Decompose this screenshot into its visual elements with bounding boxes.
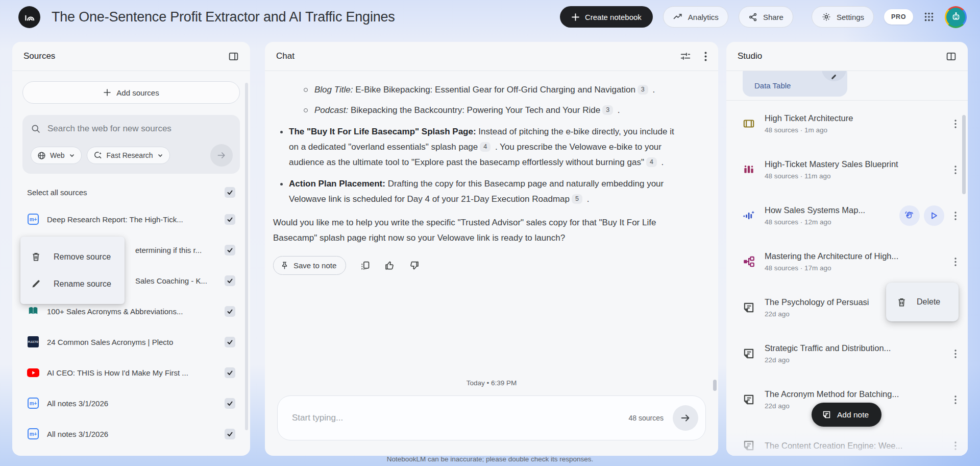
studio-scrolled-row: Data Table bbox=[726, 71, 968, 100]
interactive-mode-button[interactable] bbox=[899, 205, 920, 226]
audio-overview-icon bbox=[742, 209, 756, 222]
settings-button[interactable]: Settings bbox=[812, 6, 874, 28]
send-button[interactable] bbox=[673, 405, 698, 431]
save-to-note-button[interactable]: Save to note bbox=[273, 256, 346, 275]
source-checkbox[interactable] bbox=[225, 398, 235, 409]
source-row[interactable]: m+ All notes 3/1/2026 bbox=[22, 418, 240, 449]
chat-date-divider: Today • 6:39 PM bbox=[277, 379, 706, 387]
trending-up-icon bbox=[673, 12, 683, 22]
bullet-icon bbox=[280, 131, 283, 133]
studio-item[interactable]: High Ticket Architecture48 sources · 1m … bbox=[726, 101, 968, 147]
sources-panel-title: Sources bbox=[23, 51, 55, 61]
note-source-icon: m+ bbox=[27, 428, 39, 440]
item-more-menu-icon[interactable] bbox=[954, 395, 957, 404]
studio-scrollbar[interactable] bbox=[962, 115, 966, 194]
avatar[interactable] bbox=[945, 6, 967, 28]
chat-panel: Chat Blog Title: E-Bike Bikepacking: Ess… bbox=[265, 42, 718, 456]
chat-bullet: The "Buy It For Life Basecamp" Splash Pa… bbox=[280, 124, 688, 170]
note-icon bbox=[822, 410, 831, 420]
source-row[interactable]: AI CEO: THIS is How I'd Make My First ..… bbox=[22, 357, 240, 388]
collapse-panel-icon[interactable] bbox=[228, 51, 239, 62]
add-note-button[interactable]: Add note bbox=[812, 403, 881, 427]
studio-item[interactable]: How Sales Systems Map...48 sources · 12m… bbox=[726, 193, 968, 239]
plus-icon bbox=[571, 13, 580, 21]
trash-icon bbox=[31, 251, 41, 262]
thumbs-down-icon[interactable] bbox=[409, 260, 420, 271]
rename-source-menu-item[interactable]: Rename source bbox=[20, 270, 125, 297]
thumbs-up-icon[interactable] bbox=[384, 260, 395, 271]
pin-icon bbox=[280, 261, 289, 270]
flashcards-icon bbox=[742, 117, 756, 130]
gear-icon bbox=[821, 12, 831, 22]
source-checkbox[interactable] bbox=[225, 245, 235, 255]
add-sources-button[interactable]: Add sources bbox=[22, 81, 240, 104]
note-icon bbox=[742, 301, 756, 314]
create-notebook-button[interactable]: Create notebook bbox=[560, 6, 653, 28]
studio-panel: Studio Data Table High Ticket Architectu… bbox=[726, 42, 968, 456]
apps-grid-icon[interactable] bbox=[923, 11, 935, 22]
chat-closing-question: Would you like me to help you write the … bbox=[273, 215, 684, 246]
hollow-bullet-icon bbox=[304, 108, 308, 112]
item-more-menu-icon[interactable] bbox=[954, 441, 957, 450]
trash-icon bbox=[896, 297, 907, 308]
studio-panel-title: Studio bbox=[738, 51, 762, 61]
globe-icon bbox=[37, 151, 46, 160]
source-row[interactable]: m+ All notes 3/1/2026 bbox=[22, 388, 240, 418]
pencil-icon bbox=[31, 278, 41, 289]
source-checkbox[interactable] bbox=[225, 337, 235, 347]
search-submit-button[interactable] bbox=[210, 144, 233, 167]
collapse-panel-icon[interactable] bbox=[946, 51, 957, 62]
item-more-menu-icon[interactable] bbox=[954, 212, 957, 220]
copy-icon[interactable] bbox=[360, 260, 371, 271]
chat-input[interactable]: Start typing... bbox=[292, 413, 629, 423]
chat-sub-bullet: Podcast: Bikepacking the Backcountry: Po… bbox=[304, 103, 688, 118]
note-icon bbox=[742, 439, 756, 452]
web-filter-dropdown[interactable]: Web bbox=[31, 147, 82, 164]
source-checkbox[interactable] bbox=[225, 429, 235, 439]
item-more-menu-icon[interactable] bbox=[954, 350, 957, 358]
studio-item[interactable]: The Content Creation Engine: Wee... bbox=[726, 423, 968, 456]
note-icon bbox=[742, 393, 756, 406]
citation-chip[interactable]: 5 bbox=[572, 194, 582, 204]
source-checkbox[interactable] bbox=[225, 275, 235, 286]
studio-item[interactable]: High-Ticket Mastery Sales Blueprint48 so… bbox=[726, 147, 968, 193]
youtube-icon bbox=[27, 366, 39, 379]
citation-chip[interactable]: 4 bbox=[646, 157, 657, 167]
hollow-bullet-icon bbox=[304, 88, 308, 92]
source-row[interactable]: m+ Deep Research Report: The High-Tick..… bbox=[22, 204, 240, 235]
chat-settings-tune-icon[interactable] bbox=[680, 51, 691, 62]
citation-chip[interactable]: 4 bbox=[480, 142, 491, 152]
citation-chip[interactable]: 3 bbox=[638, 85, 648, 95]
studio-item[interactable]: Strategic Traffic and Distribution...22d… bbox=[726, 331, 968, 377]
delete-menu-item[interactable]: Delete bbox=[886, 283, 959, 321]
mindmap-icon bbox=[742, 255, 756, 268]
item-more-menu-icon[interactable] bbox=[954, 258, 957, 266]
notebooklm-logo-icon[interactable] bbox=[18, 6, 40, 28]
search-icon bbox=[31, 124, 41, 134]
notebook-title[interactable]: The One-Sentence Profit Extractor and AI… bbox=[52, 9, 395, 25]
item-more-menu-icon[interactable] bbox=[954, 120, 957, 128]
studio-item[interactable]: Mastering the Architecture of High...48 … bbox=[726, 239, 968, 285]
sources-scrollbar[interactable] bbox=[245, 83, 248, 430]
select-all-checkbox[interactable] bbox=[225, 187, 235, 198]
analytics-button[interactable]: Analytics bbox=[663, 6, 728, 28]
source-checkbox[interactable] bbox=[225, 306, 235, 317]
chat-panel-title: Chat bbox=[276, 51, 295, 61]
note-icon bbox=[742, 347, 756, 360]
remove-source-menu-item[interactable]: Remove source bbox=[20, 243, 125, 270]
source-count-label: 48 sources bbox=[629, 414, 664, 422]
citation-chip[interactable]: 3 bbox=[602, 105, 613, 115]
select-all-label: Select all sources bbox=[27, 188, 87, 197]
play-button[interactable] bbox=[924, 205, 944, 226]
item-more-menu-icon[interactable] bbox=[954, 166, 957, 174]
share-button[interactable]: Share bbox=[739, 6, 793, 28]
chat-more-menu-icon[interactable] bbox=[704, 52, 707, 61]
chat-scrollbar[interactable] bbox=[713, 380, 717, 391]
source-checkbox[interactable] bbox=[225, 367, 235, 378]
source-checkbox[interactable] bbox=[225, 214, 235, 225]
search-input[interactable]: Search the web for new sources bbox=[47, 124, 172, 134]
disclaimer-text: NotebookLM can be inaccurate; please dou… bbox=[0, 455, 980, 463]
chat-input-box[interactable]: Start typing... 48 sources bbox=[277, 395, 706, 440]
research-mode-dropdown[interactable]: Fast Research bbox=[87, 147, 170, 164]
source-row[interactable]: PLECTO 24 Common Sales Acronyms | Plecto bbox=[22, 327, 240, 357]
